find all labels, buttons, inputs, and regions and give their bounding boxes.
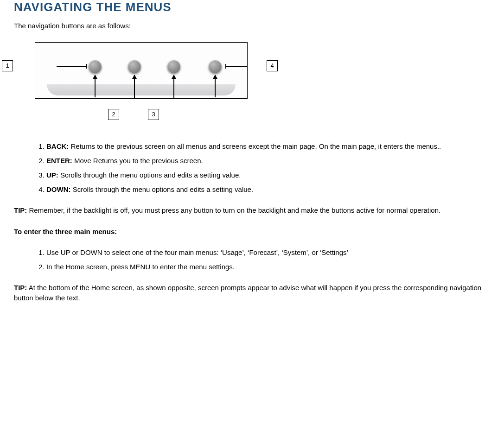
page-title: NAVIGATING THE MENUS bbox=[14, 0, 490, 14]
list-item: DOWN: Scrolls through the menu options a… bbox=[46, 184, 490, 194]
list-item: In the Home screen, press MENU to enter … bbox=[46, 262, 490, 272]
device-button-2-icon bbox=[128, 60, 141, 73]
button-desc: Scrolls through the menu options and edi… bbox=[58, 171, 241, 179]
list-item: ENTER: Move Returns you to the previous … bbox=[46, 156, 490, 165]
button-desc: Scrolls through the menu options and edi… bbox=[71, 185, 254, 193]
button-name: BACK: bbox=[46, 142, 69, 150]
device-button-1-icon bbox=[89, 60, 102, 73]
button-desc: Move Returns you to the previous screen. bbox=[72, 157, 203, 165]
button-name: UP: bbox=[46, 171, 58, 179]
list-item: UP: Scrolls through the menu options and… bbox=[46, 170, 490, 180]
tip-text: At the bottom of the Home screen, as sho… bbox=[14, 284, 481, 302]
arrow-icon bbox=[215, 75, 216, 97]
arrow-icon bbox=[173, 75, 174, 99]
callout-3: 3 bbox=[148, 109, 159, 120]
callout-4: 4 bbox=[267, 60, 278, 71]
bracket-left-icon bbox=[57, 66, 86, 67]
tip-2: TIP: At the bottom of the Home screen, a… bbox=[14, 283, 490, 303]
subheading: To enter the three main menus: bbox=[14, 227, 490, 237]
device-button-3-icon bbox=[167, 60, 180, 73]
button-definitions-list: BACK: Returns to the previous screen on … bbox=[37, 141, 490, 194]
device-button-4-icon bbox=[209, 60, 222, 73]
tip-label: TIP: bbox=[14, 206, 27, 214]
device-photo bbox=[35, 42, 248, 99]
list-item: BACK: Returns to the previous screen on … bbox=[46, 141, 490, 151]
callout-2: 2 bbox=[108, 109, 119, 120]
button-desc: Returns to the previous screen on all me… bbox=[69, 142, 441, 150]
callout-1: 1 bbox=[2, 60, 13, 71]
arrow-icon bbox=[134, 75, 135, 99]
tip-label: TIP: bbox=[14, 284, 27, 292]
intro-text: The navigation buttons are as follows: bbox=[14, 21, 490, 31]
arrow-icon bbox=[95, 75, 96, 97]
bracket-right-icon bbox=[226, 66, 248, 67]
tip-1: TIP: Remember, if the backlight is off, … bbox=[14, 205, 490, 216]
list-item: Use UP or DOWN to select one of the four… bbox=[46, 247, 490, 257]
steps-list: Use UP or DOWN to select one of the four… bbox=[37, 247, 490, 272]
tip-text: Remember, if the backlight is off, you m… bbox=[27, 206, 440, 214]
button-name: ENTER: bbox=[46, 157, 72, 165]
button-name: DOWN: bbox=[46, 185, 71, 193]
device-figure: 1 2 3 4 bbox=[14, 42, 490, 126]
